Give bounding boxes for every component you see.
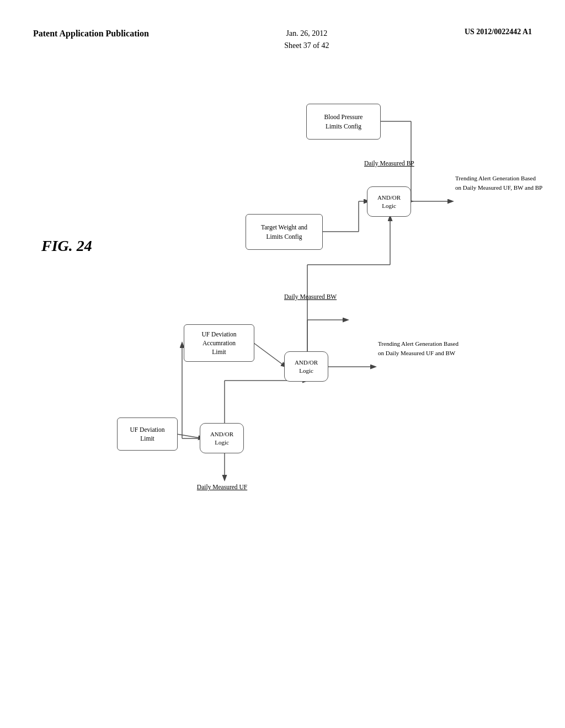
header-date: Jan. 26, 2012: [284, 28, 329, 40]
svg-line-6: [254, 343, 286, 367]
logic2-box: AND/ORLogic: [284, 351, 328, 382]
logic3-box: AND/ORLogic: [367, 186, 411, 217]
logic3-label: AND/ORLogic: [377, 194, 401, 210]
header-sheet: Sheet 37 of 42: [284, 40, 329, 52]
trending-alert-uf-bw: Trending Alert Generation Based on Daily…: [378, 339, 483, 357]
logic1-box: AND/ORLogic: [200, 423, 244, 453]
target-weight-label: Target Weight andLimits Config: [261, 223, 307, 240]
header-center: Jan. 26, 2012 Sheet 37 of 42: [284, 28, 329, 52]
svg-line-7: [177, 434, 203, 438]
daily-measured-bw-label: Daily Measured BW: [284, 292, 370, 301]
trending-alert-uf-bw-bp: Trending Alert Generation Based on Daily…: [455, 174, 560, 192]
trending-alert-uf-bw-line1: Trending Alert Generation Based: [378, 340, 459, 347]
daily-measured-uf-label: Daily Measured UF: [179, 483, 265, 491]
uf-accum-label: UF DeviationAccumrationLimit: [202, 330, 237, 356]
page: Patent Application Publication Jan. 26, …: [0, 0, 565, 728]
target-weight-box: Target Weight andLimits Config: [246, 214, 323, 250]
blood-pressure-box: Blood PressureLimits Config: [306, 104, 381, 140]
daily-measured-uf-text: Daily Measured UF: [197, 484, 247, 490]
patent-number: US 2012/0022442 A1: [465, 28, 532, 36]
trending-alert-uf-bw-line2: on Daily Measured UF and BW: [378, 350, 455, 356]
uf-deviation-label: UF DeviationLimit: [130, 425, 165, 443]
daily-measured-bp-label: Daily Measured BP: [364, 159, 452, 168]
header: Patent Application Publication Jan. 26, …: [33, 28, 532, 52]
logic2-label: AND/ORLogic: [295, 358, 318, 374]
header-left: Patent Application Publication: [33, 28, 149, 40]
logic1-label: AND/ORLogic: [210, 430, 233, 446]
blood-pressure-label: Blood PressureLimits Config: [324, 113, 363, 130]
publication-title: Patent Application Publication: [33, 29, 149, 38]
uf-deviation-box: UF DeviationLimit: [117, 417, 178, 451]
trending-alert-uf-bw-bp-line2: on Daily Measured UF, BW and BP: [455, 184, 542, 191]
daily-measured-bp-text: Daily Measured BP: [364, 160, 414, 167]
diagram: Blood PressureLimits Config Target Weigh…: [77, 88, 519, 667]
uf-accum-box: UF DeviationAccumrationLimit: [184, 324, 254, 362]
daily-measured-bw-text: Daily Measured BW: [284, 293, 337, 300]
trending-alert-uf-bw-bp-line1: Trending Alert Generation Based: [455, 175, 536, 181]
header-right: US 2012/0022442 A1: [465, 28, 532, 36]
